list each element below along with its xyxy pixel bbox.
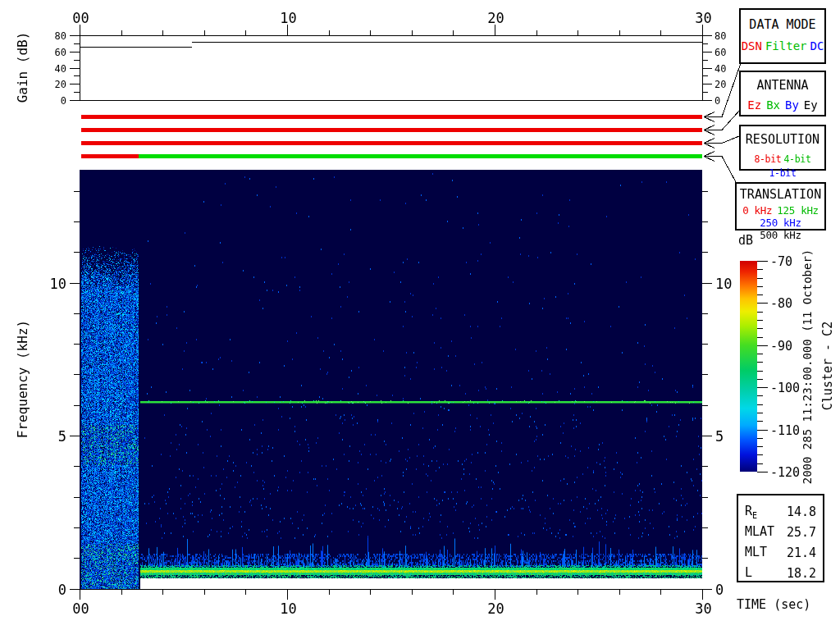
gain-tick-label-left: 20 xyxy=(55,79,66,90)
option-125-khz: 125 kHz xyxy=(777,204,819,217)
gain-tick-label-left: 40 xyxy=(55,63,66,75)
ephemeris-value: 25.7 xyxy=(787,525,816,540)
gain-tick-label-left: 60 xyxy=(55,47,66,58)
callout-arrowhead xyxy=(704,157,714,162)
callout-arrowhead xyxy=(704,112,714,117)
ephemeris-table: RE 14.8 MLAT 25.7 MLT 21.4 L 18.2 xyxy=(737,494,824,582)
option-0-khz: 0 kHz xyxy=(742,204,772,217)
time-tick-label-bottom: 00 xyxy=(72,600,89,617)
option-by: By xyxy=(785,98,799,112)
ephemeris-value: 14.8 xyxy=(787,504,816,519)
panel-data-mode-options: DSNFilterDC xyxy=(741,39,824,52)
wbd-spectrogram-display: 0010203000202040406060808000551010001020… xyxy=(0,0,840,630)
status-bar-translation xyxy=(81,154,139,158)
colorbar-tick-label: -70 xyxy=(770,254,792,269)
option-bx: Bx xyxy=(766,98,780,112)
option-1-bit: 1-bit xyxy=(769,167,796,179)
colorbar-tick-label: -100 xyxy=(770,381,800,395)
time-tick-label-top: 20 xyxy=(487,10,504,26)
callout-arrowhead xyxy=(704,139,714,144)
gain-plot-frame xyxy=(80,36,703,101)
table-row: MLT 21.4 xyxy=(745,542,816,563)
status-bar-resolution xyxy=(81,141,702,145)
panel-translation: TRANSLATION 0 kHz125 kHz250 kHz500 kHz xyxy=(735,182,826,231)
datetime-annotation: 2000 285 11:23:00.000 (11 October) xyxy=(801,249,814,485)
gain-tick-label-right: 20 xyxy=(714,79,726,90)
panel-resolution-options: 8-bit4-bit1-bit xyxy=(741,153,824,179)
time-tick-label-top: 10 xyxy=(280,10,296,26)
option-dc: DC xyxy=(810,39,824,52)
time-tick-label-top: 30 xyxy=(695,10,711,26)
status-bar-antenna xyxy=(81,128,702,132)
colorbar-gradient xyxy=(740,261,757,472)
freq-tick-label-left: 0 xyxy=(58,582,66,598)
freq-tick-label-right: 0 xyxy=(715,582,724,598)
colorbar-tick-label: -90 xyxy=(770,339,792,354)
option-4-bit: 4-bit xyxy=(784,153,811,165)
time-axis-label: TIME (sec) xyxy=(737,597,810,612)
gain-tick-label-left: 80 xyxy=(55,30,66,42)
option-ez: Ez xyxy=(747,98,761,112)
colorbar-tick-label: -120 xyxy=(770,465,800,480)
option-250-khz: 250 kHz xyxy=(760,217,801,229)
table-row: RE 14.8 xyxy=(745,501,816,522)
gain-tick-label-left: 0 xyxy=(61,95,66,107)
table-row: MLAT 25.7 xyxy=(745,522,816,542)
gain-tick-label-right: 0 xyxy=(714,95,720,107)
callout-arrowhead xyxy=(704,130,714,135)
callout-arrowhead xyxy=(704,117,714,122)
time-tick-label-bottom: 20 xyxy=(487,600,504,617)
panel-antenna-title: ANTENNA xyxy=(741,78,824,93)
ephemeris-value: 18.2 xyxy=(787,566,816,581)
panel-antenna: ANTENNA EzBxByEy xyxy=(739,71,826,116)
freq-tick-label-left: 5 xyxy=(58,428,66,445)
table-row: L 18.2 xyxy=(745,563,816,583)
panel-data-mode: DATA MODE DSNFilterDC xyxy=(739,8,826,64)
ephemeris-label: RE xyxy=(745,504,757,520)
freq-tick-label-right: 5 xyxy=(715,428,724,445)
gain-tick-label-right: 80 xyxy=(714,30,726,42)
option-dsn: DSN xyxy=(742,39,762,52)
callout-connector xyxy=(722,109,741,130)
spacecraft-annotation: Cluster - C2 xyxy=(820,322,835,410)
status-bar-data-mode xyxy=(81,115,702,119)
ephemeris-label: L xyxy=(745,565,752,582)
callout-arrowhead xyxy=(704,144,714,148)
panel-resolution-title: RESOLUTION xyxy=(741,132,824,147)
callout-arrowhead xyxy=(704,126,714,130)
axes-layer: 0010203000202040406060808000551010001020… xyxy=(0,0,840,630)
option-8-bit: 8-bit xyxy=(754,153,781,165)
time-tick-label-top: 00 xyxy=(72,10,89,26)
freq-tick-label-right: 10 xyxy=(715,276,732,292)
option-filter: Filter xyxy=(765,39,807,52)
gain-axis-label: Gain (dB) xyxy=(15,32,30,103)
callout-arrowhead xyxy=(704,152,714,157)
callout-connector xyxy=(722,136,739,144)
panel-translation-title: TRANSLATION xyxy=(737,187,824,202)
frequency-axis-label: Frequency (kHz) xyxy=(15,320,30,439)
colorbar-tick-label: -110 xyxy=(770,423,800,438)
time-tick-label-bottom: 30 xyxy=(695,600,711,617)
freq-tick-label-left: 10 xyxy=(50,276,66,292)
colorbar-title: dB xyxy=(738,233,753,248)
ephemeris-value: 21.4 xyxy=(787,546,816,560)
callout-connector xyxy=(722,157,736,183)
panel-data-mode-title: DATA MODE xyxy=(741,17,824,32)
option-500-khz: 500 kHz xyxy=(760,229,801,241)
panel-resolution: RESOLUTION 8-bit4-bit1-bit xyxy=(739,125,826,171)
status-bar-translation xyxy=(139,154,702,158)
gain-tick-label-right: 40 xyxy=(714,63,726,75)
panel-antenna-options: EzBxByEy xyxy=(741,98,824,112)
ephemeris-label: MLAT xyxy=(745,524,774,541)
time-tick-label-bottom: 10 xyxy=(280,600,296,617)
colorbar-tick-label: -80 xyxy=(770,296,792,311)
ephemeris-label: MLT xyxy=(745,545,767,561)
gain-tick-label-right: 60 xyxy=(714,47,726,58)
option-ey: Ey xyxy=(804,98,818,112)
